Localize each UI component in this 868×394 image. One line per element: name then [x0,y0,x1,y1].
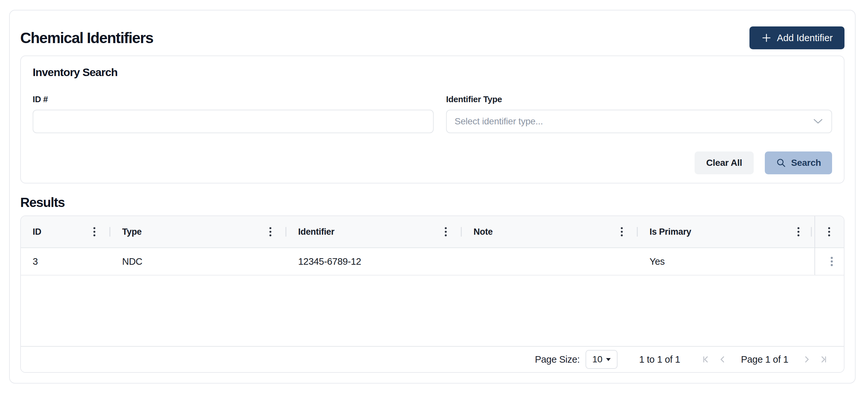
search-actions-row: Clear All Search [33,152,832,174]
add-identifier-button[interactable]: Add Identifier [749,27,844,49]
identifier-type-select[interactable]: Select identifier type... [446,110,832,133]
id-field-group: ID # [33,94,434,133]
previous-page-icon[interactable] [715,352,730,367]
column-menu-kebab-icon[interactable] [269,227,272,237]
search-button[interactable]: Search [765,152,832,174]
add-identifier-label: Add Identifier [777,33,833,43]
inventory-search-title: Inventory Search [33,66,832,79]
row-actions-cell [814,248,844,275]
page-size-label: Page Size: [535,354,580,365]
column-menu-kebab-icon[interactable] [797,227,800,237]
identifier-type-label: Identifier Type [446,94,832,104]
pagination-range-text: 1 to 1 of 1 [639,354,680,365]
identifier-type-placeholder: Select identifier type... [455,116,543,127]
plus-icon [761,33,772,43]
column-menu-kebab-icon[interactable] [828,227,831,237]
pinned-column-separator [814,216,815,275]
column-header-identifier-label: Identifier [298,227,334,237]
cell-id: 3 [21,248,111,275]
id-number-input[interactable] [33,110,434,133]
column-header-id[interactable]: ID [21,216,111,248]
pagination-page-text: Page 1 of 1 [741,354,788,365]
magnifier-icon [776,158,786,168]
column-header-is-primary[interactable]: Is Primary [638,216,814,248]
column-header-note[interactable]: Note [462,216,638,248]
column-header-is-primary-label: Is Primary [650,227,691,237]
results-table: ID Type Identifier [20,216,844,373]
cell-type: NDC [111,248,286,275]
row-menu-kebab-icon[interactable] [830,256,833,267]
column-header-identifier[interactable]: Identifier [286,216,462,248]
search-button-label: Search [791,158,821,168]
column-header-type-label: Type [122,227,142,237]
column-menu-kebab-icon[interactable] [93,227,96,237]
table-empty-area [21,275,844,346]
next-page-icon[interactable] [799,352,814,367]
page-card: Chemical Identifiers Add Identifier Inve… [9,10,856,384]
page-size-select[interactable]: 10 [586,350,618,369]
clear-all-label: Clear All [706,158,742,168]
clear-all-button[interactable]: Clear All [694,152,754,174]
id-field-label: ID # [33,94,434,104]
column-header-actions[interactable] [814,216,844,248]
first-page-icon[interactable] [699,352,713,367]
search-fields-row: ID # Identifier Type Select identifier t… [33,94,832,133]
cell-note [462,248,638,275]
chevron-down-icon [813,119,823,124]
identifier-type-field-group: Identifier Type Select identifier type..… [446,94,832,133]
table-row[interactable]: 3 NDC 12345-6789-12 Yes [21,248,844,275]
caret-down-icon [606,358,611,361]
page-size-value: 10 [592,354,602,365]
results-title: Results [20,193,844,211]
column-header-type[interactable]: Type [111,216,286,248]
column-menu-kebab-icon[interactable] [620,227,623,237]
table-header-row: ID Type Identifier [21,216,844,248]
column-menu-kebab-icon[interactable] [444,227,447,237]
page-header: Chemical Identifiers Add Identifier [20,20,844,56]
table-pagination-bar: Page Size: 10 1 to 1 of 1 Page 1 of 1 [21,346,844,372]
pagination-nav: Page 1 of 1 [699,352,831,367]
chemical-identifiers-screen: Chemical Identifiers Add Identifier Inve… [0,0,868,394]
page-title: Chemical Identifiers [20,29,153,47]
inventory-search-card: Inventory Search ID # Identifier Type Se… [20,56,844,184]
cell-identifier: 12345-6789-12 [286,248,462,275]
cell-is-primary: Yes [638,248,814,275]
column-header-id-label: ID [33,227,41,237]
last-page-icon[interactable] [816,352,831,367]
column-header-note-label: Note [473,227,493,237]
